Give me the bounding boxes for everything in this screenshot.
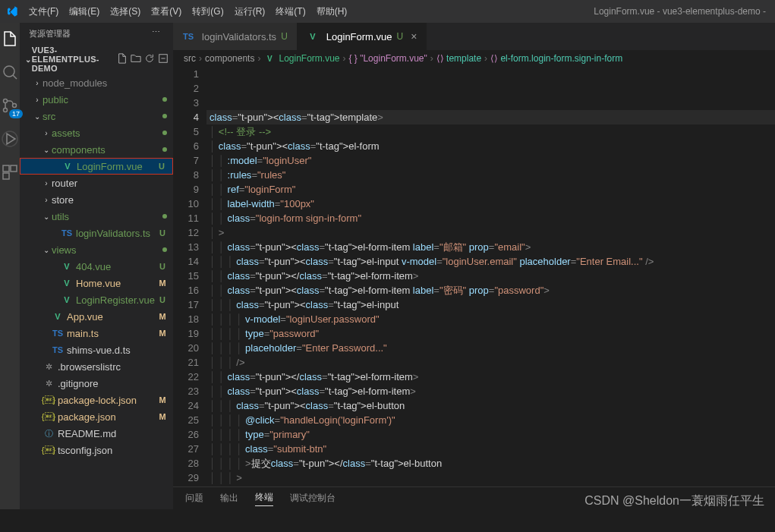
- svg-point-0: [4, 66, 14, 77]
- svg-point-2: [4, 109, 8, 112]
- tree-row[interactable]: ⓘREADME.md: [20, 425, 173, 442]
- tree-row[interactable]: ⌄views: [20, 241, 173, 258]
- svg-point-1: [4, 99, 8, 103]
- breadcrumb[interactable]: src›components›VLoginForm.vue›{ } "Login…: [173, 50, 775, 67]
- activity-bar: 17: [0, 23, 20, 509]
- tree-row[interactable]: ⌄utils: [20, 208, 173, 225]
- scm-badge: 17: [9, 109, 23, 118]
- svg-rect-7: [3, 173, 9, 179]
- title-bar: 文件(F)编辑(E)选择(S)查看(V)转到(G)运行(R)终端(T)帮助(H)…: [0, 0, 775, 23]
- explorer-sidebar: 资源管理器 ⋯ ⌄ VUE3-ELEMENTPLUS-DEMO ›node_mo…: [20, 23, 173, 509]
- window-title: LoginForm.vue - vue3-elementplus-demo -: [351, 6, 769, 17]
- tree-row[interactable]: VLoginForm.vueU: [20, 158, 173, 175]
- menu-item[interactable]: 查看(V): [146, 4, 186, 20]
- bottom-panel: 问题输出终端调试控制台: [173, 486, 775, 509]
- tree-row[interactable]: {}package-lock.jsonM: [20, 392, 173, 408]
- svg-rect-6: [11, 165, 17, 172]
- line-gutter: 1234567891011121314151617181920212223242…: [173, 67, 210, 486]
- debug-icon[interactable]: [0, 129, 20, 149]
- close-icon[interactable]: ×: [411, 30, 417, 42]
- file-tree: ›node_modules›public⌄src›assets⌄componen…: [20, 74, 173, 509]
- menu-bar[interactable]: 文件(F)编辑(E)选择(S)查看(V)转到(G)运行(R)终端(T)帮助(H): [24, 4, 351, 20]
- tree-row[interactable]: VApp.vueM: [20, 308, 173, 325]
- menu-item[interactable]: 终端(T): [271, 4, 310, 20]
- tree-row[interactable]: ⌄src: [20, 108, 173, 124]
- new-file-icon[interactable]: [117, 53, 128, 65]
- tree-row[interactable]: {}package.jsonM: [20, 408, 173, 425]
- editor-area: TSloginValidators.tsUVLoginForm.vueU×▷◫⋯…: [173, 23, 775, 509]
- source-control-icon[interactable]: 17: [0, 96, 20, 115]
- tree-row[interactable]: ›node_modules: [20, 74, 173, 91]
- tree-row[interactable]: ✲.browserslistrc: [20, 358, 173, 375]
- panel-tab[interactable]: 输出: [220, 492, 238, 505]
- tree-row[interactable]: ✲.gitignore: [20, 375, 173, 392]
- code-content[interactable]: class="t-pun"><class="t-tag">template> │…: [210, 67, 775, 486]
- sidebar-title: 资源管理器: [29, 28, 71, 39]
- editor-tabs: TSloginValidators.tsUVLoginForm.vueU×▷◫⋯: [173, 23, 775, 50]
- sidebar-header: 资源管理器 ⋯: [20, 23, 173, 44]
- tree-row[interactable]: TSshims-vue.d.ts: [20, 342, 173, 358]
- tree-row[interactable]: VLoginRegister.vueU: [20, 291, 173, 308]
- editor-tab[interactable]: VLoginForm.vueU×: [298, 23, 427, 50]
- tree-row[interactable]: ⌄components: [20, 141, 173, 158]
- tree-row[interactable]: ›router: [20, 175, 173, 191]
- svg-point-3: [13, 104, 17, 108]
- project-name: VUE3-ELEMENTPLUS-DEMO: [32, 46, 114, 73]
- menu-item[interactable]: 转到(G): [187, 4, 228, 20]
- extensions-icon[interactable]: [0, 162, 20, 182]
- code-editor[interactable]: 1234567891011121314151617181920212223242…: [173, 67, 775, 486]
- svg-rect-5: [3, 165, 9, 172]
- tree-row[interactable]: ›public: [20, 91, 173, 108]
- vscode-logo-icon: [6, 5, 18, 17]
- tree-row[interactable]: TSloginValidators.tsU: [20, 225, 173, 241]
- tree-row[interactable]: ›store: [20, 191, 173, 208]
- tree-row[interactable]: ›assets: [20, 124, 173, 141]
- search-icon[interactable]: [0, 62, 20, 82]
- tree-row[interactable]: V404.vueU: [20, 258, 173, 275]
- refresh-icon[interactable]: [144, 53, 155, 65]
- new-folder-icon[interactable]: [131, 53, 141, 65]
- tree-row[interactable]: VHome.vueM: [20, 275, 173, 291]
- collapse-icon[interactable]: [158, 53, 169, 65]
- tree-row[interactable]: {}tsconfig.json: [20, 442, 173, 458]
- panel-tab[interactable]: 调试控制台: [290, 492, 336, 505]
- menu-item[interactable]: 编辑(E): [65, 4, 104, 20]
- tree-row[interactable]: TSmain.tsM: [20, 325, 173, 342]
- menu-item[interactable]: 运行(R): [230, 4, 270, 20]
- panel-tab[interactable]: 问题: [185, 492, 203, 505]
- menu-item[interactable]: 选择(S): [106, 4, 145, 20]
- project-header[interactable]: ⌄ VUE3-ELEMENTPLUS-DEMO: [20, 44, 173, 74]
- more-icon[interactable]: ⋯: [152, 27, 164, 39]
- menu-item[interactable]: 文件(F): [24, 4, 63, 20]
- editor-tab[interactable]: TSloginValidators.tsU: [173, 23, 298, 50]
- menu-item[interactable]: 帮助(H): [312, 4, 352, 20]
- explorer-icon[interactable]: [0, 29, 20, 49]
- panel-tab[interactable]: 终端: [255, 491, 273, 506]
